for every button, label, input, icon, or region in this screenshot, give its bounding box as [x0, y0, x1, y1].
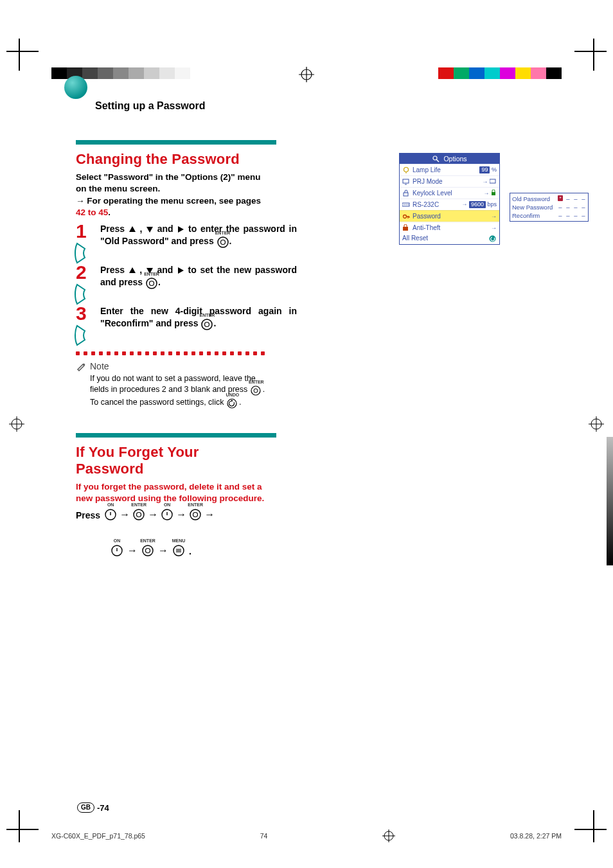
osd-row-keylock: Keylock Level →	[400, 187, 499, 199]
step-1-body: Press , and to enter the password in "Ol…	[100, 223, 297, 248]
arrow-icon: →	[127, 545, 138, 556]
on-button-icon: ON	[104, 508, 117, 520]
osd-row-anti-theft: Anti-Theft →	[400, 222, 499, 233]
note-dots	[76, 351, 269, 357]
section2-intro: If you forget the password, delete it an…	[76, 481, 270, 504]
key-icon	[402, 213, 410, 220]
gb-badge: GB	[77, 802, 94, 813]
page-header: Setting up a Password	[50, 71, 569, 109]
on-button-icon: ON	[161, 508, 173, 520]
step-number: 2	[76, 261, 87, 283]
down-triangle-icon	[146, 226, 154, 233]
menu-button-icon: MENU	[172, 544, 185, 556]
svg-point-28	[404, 204, 404, 204]
old-password-row: Old Password *–––	[512, 195, 586, 203]
enter-button-icon: ENTER	[141, 544, 154, 556]
svg-point-16	[193, 513, 198, 517]
serial-icon	[402, 201, 410, 209]
up-triangle-icon	[129, 226, 136, 233]
svg-point-19	[146, 549, 150, 553]
osd-title-bar: Options	[400, 154, 499, 164]
section-heading-change-password: Changing the Password	[76, 151, 269, 168]
svg-point-6	[202, 319, 212, 330]
note-pencil-icon	[76, 360, 87, 372]
reset-button-sequence: Press ON → ENTER → ON → ENTER →	[76, 508, 269, 556]
reset-icon	[488, 235, 497, 243]
step-pointer-icon	[73, 324, 95, 346]
corner-mark-bottom-right	[574, 810, 613, 849]
osd-row-password: Password →	[400, 210, 499, 222]
enter-button-icon: ENTER	[189, 508, 202, 520]
page-number-text: -74	[97, 803, 109, 813]
enter-button-icon: ENTER	[217, 235, 229, 248]
svg-point-18	[143, 545, 153, 556]
osd-row-prj-mode: PRJ Mode →	[400, 175, 499, 187]
arrow-right-icon: →	[483, 190, 497, 197]
step-pointer-icon	[73, 283, 95, 305]
svg-point-29	[405, 204, 406, 204]
svg-point-22	[404, 167, 409, 172]
reconfirm-row: Reconfirm ––––	[512, 211, 586, 220]
enter-button-icon: ENTER	[132, 508, 145, 520]
arrow-icon: →	[120, 509, 130, 520]
arrow-right-icon: →	[491, 225, 497, 231]
step-3-body: Enter the new 4-digit password again in …	[100, 305, 297, 330]
top-print-marks	[0, 32, 613, 58]
osd-title: Options	[443, 155, 466, 163]
arrow-icon: →	[204, 509, 215, 520]
arrow-icon: →	[176, 509, 186, 520]
options-wrench-icon	[432, 155, 440, 163]
note-label: Note	[90, 361, 109, 371]
svg-point-3	[220, 240, 225, 245]
osd-row-lamp-life: Lamp Life 99 %	[400, 164, 499, 175]
bottom-print-marks	[0, 823, 613, 849]
registration-target-left	[9, 416, 24, 432]
intro2-pre: For operating the menu screen, see pages	[87, 196, 261, 206]
separator-bar	[76, 433, 276, 438]
content-area: Setting up a Password Changing the Passw…	[50, 64, 569, 817]
monitor-icon	[402, 178, 410, 186]
undo-button-icon: UNDO	[226, 397, 239, 410]
password-digit-active: *	[558, 195, 563, 201]
step-3: 3 Enter the new 4-digit password again i…	[76, 305, 297, 341]
osd-options-menu: Options Lamp Life 99 % PRJ Mode → Keyloc…	[399, 153, 500, 245]
press-label: Press	[76, 510, 100, 520]
arrow-right-icon: →	[491, 213, 497, 220]
corner-mark-top-left	[0, 32, 39, 71]
new-password-row: New Password ––––	[512, 203, 586, 211]
corner-mark-top-right	[574, 32, 613, 71]
svg-point-8	[251, 386, 260, 395]
note-text: If you do not want to set a password, le…	[90, 373, 269, 410]
enter-button-icon: ENTER	[250, 384, 263, 397]
svg-rect-32	[403, 227, 408, 231]
separator-bar	[76, 140, 276, 145]
svg-rect-23	[403, 179, 409, 183]
right-triangle-icon	[177, 226, 184, 233]
svg-point-5	[150, 281, 154, 286]
svg-point-2	[218, 237, 228, 247]
osd-row-all-reset: All Reset	[400, 233, 499, 244]
enter-button-icon: ENTER	[145, 276, 158, 289]
page-number: GB -74	[77, 802, 109, 813]
page-ref-link: 42 to 45	[76, 208, 108, 217]
svg-rect-26	[492, 192, 495, 195]
osd-password-entry-box: Old Password *––– New Password –––– Reco…	[510, 193, 589, 222]
svg-point-7	[205, 323, 209, 327]
svg-point-9	[254, 389, 258, 393]
osd-row-rs232c: RS-232C → 9600 bps	[400, 199, 499, 210]
anti-theft-icon	[402, 224, 410, 232]
page-title: Setting up a Password	[95, 100, 206, 112]
step-number: 3	[76, 303, 87, 324]
corner-mark-bottom-left	[0, 810, 39, 849]
enter-button-icon: ENTER	[200, 317, 213, 330]
svg-point-31	[404, 215, 407, 218]
step-2-body: Press , and to set the new password and …	[100, 264, 297, 289]
svg-point-1	[64, 76, 87, 99]
section-heading-forget-password: If You Forget Your Password	[76, 444, 269, 477]
arrow-right-icon: →	[482, 179, 497, 185]
right-triangle-icon	[177, 267, 184, 274]
up-triangle-icon	[129, 267, 136, 274]
lamp-icon	[402, 166, 410, 174]
section1-intro-line2: → For operating the menu screen, see pag…	[76, 195, 270, 218]
step-pointer-icon	[73, 242, 95, 264]
